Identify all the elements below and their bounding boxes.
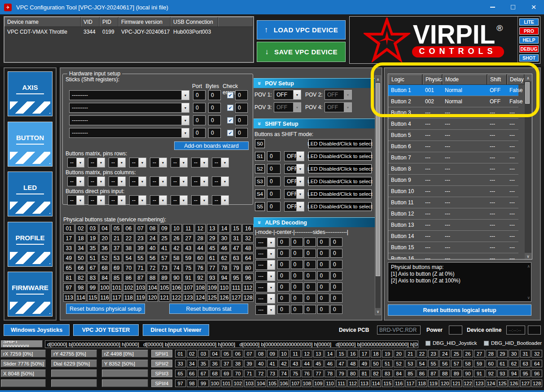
physical-button-cell[interactable]: 05 [111,224,123,233]
led-select-box[interactable]: LED Disabled/Click to select [308,152,372,161]
dropdown-arrow-icon[interactable]: ▼ [296,177,304,186]
port-field[interactable]: 0 [193,128,206,138]
dropdown-arrow-icon[interactable]: ▼ [97,177,105,186]
device-table-column-header[interactable]: USB Connection [171,17,218,27]
physical-button-cell[interactable]: 105 [159,283,170,292]
pin-select[interactable]: --▼ [212,158,229,167]
dropdown-arrow-icon[interactable]: ▼ [118,196,125,205]
pin-select[interactable]: --▼ [150,176,167,186]
physical-button-cell[interactable]: 107 [183,283,194,292]
dropdown-arrow-icon[interactable]: ▼ [221,177,228,186]
pin-select[interactable]: --▼ [88,195,105,205]
alps-value-field[interactable]: 0 [291,294,303,303]
physical-button-cell[interactable]: 28 [195,234,206,242]
physical-button-cell[interactable]: 69 [111,264,123,272]
physical-button-cell[interactable]: 57 [159,254,170,262]
pin-select[interactable]: --▼ [67,158,84,167]
maximize-button[interactable] [503,0,523,14]
physical-button-cell[interactable]: 70 [123,264,134,272]
port-field[interactable]: 0 [193,115,206,125]
physical-button-cell[interactable]: 59 [183,254,194,262]
dropdown-arrow-icon[interactable]: ▼ [293,90,301,99]
pin-select[interactable]: --▼ [67,195,84,205]
physical-button-cell[interactable]: 45 [207,244,218,252]
pin-select[interactable]: --▼ [129,158,146,167]
alps-value-field[interactable]: 0 [291,282,303,291]
alps-value-field[interactable]: 0 [330,260,342,269]
alps-decoding-header[interactable]: » ALPS Decoding [254,217,375,227]
physical-button-cell[interactable]: 61 [207,254,218,262]
shift-button-field[interactable]: 0 [267,151,281,161]
physical-button-cell[interactable]: 60 [195,254,206,262]
dropdown-arrow-icon[interactable]: ▼ [180,158,187,167]
bytes-field[interactable]: 0 [208,103,221,113]
physical-button-cell[interactable]: 73 [159,264,170,272]
dropdown-arrow-icon[interactable]: ▼ [159,177,167,186]
sidebar-item-button[interactable]: BUTTON [8,122,53,167]
alps-value-field[interactable]: 0 [277,305,290,314]
scroll-down-icon[interactable]: ∨ [525,253,531,260]
physical-button-cell[interactable]: 118 [123,293,134,302]
close-button[interactable]: × [523,0,544,14]
led-select-box[interactable]: LED Disabled/Click to select [308,202,372,211]
physical-button-cell[interactable]: 15 [231,224,242,233]
logical-button-row[interactable]: Button 7------------ [388,152,518,163]
corner-button-lite[interactable]: LITE [519,18,539,26]
device-table-column-header[interactable]: PID [100,17,118,27]
physical-button-cell[interactable]: 55 [135,254,146,262]
shift-button-field[interactable]: 0 [267,176,281,186]
pin-select[interactable]: --▼ [150,195,167,205]
check-errors-checkbox[interactable]: ✔ [227,130,233,136]
dropdown-arrow-icon[interactable]: ▼ [296,202,304,211]
shift-button-field[interactable]: 0 [267,202,281,211]
logical-button-row[interactable]: Button 14------------ [388,231,518,242]
dropdown-arrow-icon[interactable]: ▼ [159,196,167,205]
physical-button-cell[interactable]: 117 [111,293,123,302]
physical-button-cell[interactable]: 65 [63,264,75,272]
pov-setup-header[interactable]: » POV Setup [254,78,375,88]
physical-button-cell[interactable]: 92 [195,273,206,282]
dropdown-arrow-icon[interactable]: ▼ [159,158,167,167]
corner-button-pro[interactable]: PRO [519,27,539,35]
dropdown-arrow-icon[interactable]: ▼ [181,91,189,100]
addon-boards-wizard-button[interactable]: Add-on boards wizard [174,141,249,150]
errors-field[interactable]: 0 [235,115,248,125]
reset-buttons-logical-button[interactable]: Reset buttons logical setup [388,304,531,316]
pin-select[interactable]: --▼ [171,195,188,205]
physical-button-cell[interactable]: 34 [75,244,87,252]
scrollbar-thumb[interactable] [376,83,380,276]
physical-button-cell[interactable]: 96 [242,273,254,282]
alps-value-field[interactable]: 0 [330,249,342,258]
bytes-field[interactable]: 0 [208,115,221,125]
physical-button-cell[interactable]: 104 [147,283,158,292]
dropdown-arrow-icon[interactable]: ▼ [181,128,189,137]
physical-button-cell[interactable]: 49 [63,254,75,262]
physical-button-cell[interactable]: 43 [183,244,194,252]
physical-button-cell[interactable]: 24 [147,234,158,242]
physical-button-cell[interactable]: 90 [171,273,182,282]
physical-button-cell[interactable]: 64 [242,254,254,262]
port-field[interactable]: 0 [193,90,206,100]
dropdown-arrow-icon[interactable]: ▼ [221,196,228,205]
physical-button-cell[interactable]: 122 [171,293,182,302]
physical-button-cell[interactable]: 124 [195,293,206,302]
physical-button-cell[interactable]: 74 [171,264,182,272]
corner-button-shot[interactable]: SHOT [519,54,539,62]
physical-button-cell[interactable]: 11 [183,224,194,233]
alps-mode-select[interactable]: ---▼ [255,249,275,259]
physical-button-cell[interactable]: 40 [147,244,158,252]
alps-value-field[interactable]: 0 [304,282,316,291]
physical-button-cell[interactable]: 47 [231,244,242,252]
check-errors-checkbox[interactable]: ✔ [227,105,233,111]
table-column-header[interactable]: Shift [487,74,507,85]
dropdown-arrow-icon[interactable]: ▼ [296,189,304,198]
physical-button-cell[interactable]: 81 [63,273,75,282]
pin-select[interactable]: --▼ [191,176,208,186]
device-table-column-header[interactable]: VID [81,17,100,27]
dropdown-arrow-icon[interactable]: ▼ [76,196,84,205]
dropdown-arrow-icon[interactable]: ▼ [181,103,189,112]
physical-button-cell[interactable]: 29 [207,234,218,242]
alps-value-field[interactable]: 0 [330,282,342,291]
scroll-down-icon[interactable]: ∨ [375,308,381,315]
alps-value-field[interactable]: 0 [304,260,316,269]
